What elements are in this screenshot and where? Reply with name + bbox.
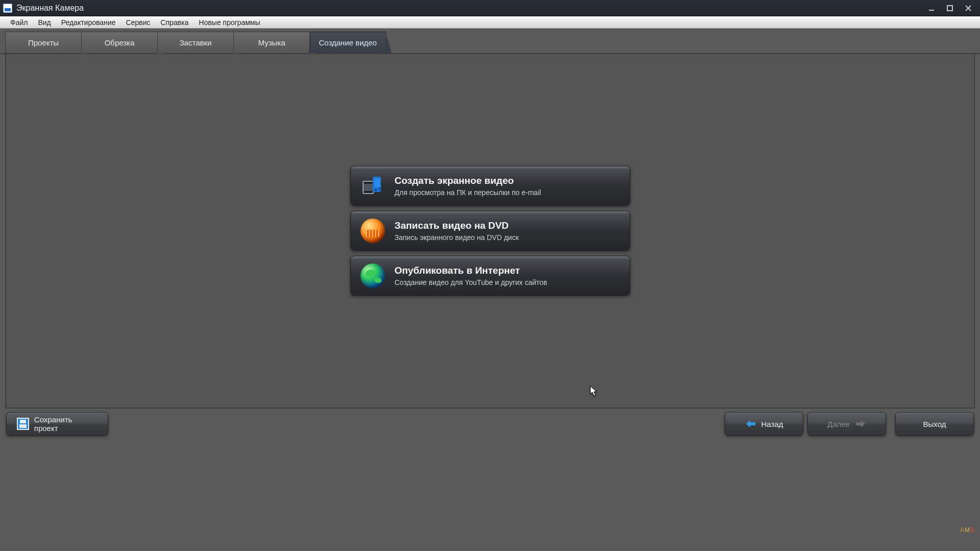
save-project-label: Сохранить проект — [34, 415, 98, 433]
arrow-left-icon — [745, 419, 756, 428]
menu-bar: Файл Вид Редактирование Сервис Справка Н… — [0, 16, 980, 29]
brand-logo: AMS — [960, 526, 975, 534]
option-subtitle: Создание видео для YouTube и других сайт… — [395, 278, 547, 286]
svg-point-10 — [378, 187, 381, 190]
tab-projects[interactable]: Проекты — [5, 32, 82, 53]
exit-label: Выход — [923, 420, 946, 428]
option-burn-dvd[interactable]: Записать видео на DVD Запись экранного в… — [350, 211, 630, 251]
svg-point-9 — [374, 188, 377, 191]
maximize-icon — [946, 5, 953, 12]
option-title: Опубликовать в Интернет — [395, 265, 547, 276]
menu-edit[interactable]: Редактирование — [56, 17, 121, 28]
tab-trim[interactable]: Обрезка — [81, 32, 158, 53]
close-icon — [965, 5, 972, 12]
option-subtitle: Запись экранного видео на DVD диск — [395, 233, 519, 242]
tab-label: Музыка — [258, 38, 285, 47]
close-button[interactable] — [963, 4, 974, 13]
back-button[interactable]: Назад — [725, 412, 803, 436]
content-panel: Создать экранное видео Для просмотра на … — [5, 54, 975, 409]
exit-button[interactable]: Выход — [895, 412, 974, 436]
minimize-button[interactable] — [926, 4, 937, 13]
svg-rect-11 — [375, 179, 380, 187]
back-label: Назад — [761, 420, 783, 428]
next-label: Далее — [827, 420, 850, 428]
minimize-icon — [928, 5, 935, 12]
svg-rect-7 — [364, 191, 373, 193]
menu-service[interactable]: Сервис — [121, 17, 155, 28]
tab-label: Обрезка — [105, 38, 135, 47]
option-title: Записать видео на DVD — [395, 220, 519, 231]
title-bar: Экранная Камера — [0, 0, 980, 16]
tab-strip: Проекты Обрезка Заставки Музыка Создание… — [0, 29, 980, 54]
tab-intros[interactable]: Заставки — [157, 32, 234, 53]
maximize-button[interactable] — [944, 4, 955, 13]
option-list: Создать экранное видео Для просмотра на … — [350, 166, 630, 296]
menu-file[interactable]: Файл — [5, 17, 33, 28]
floppy-disk-icon — [17, 418, 29, 430]
tab-label: Заставки — [180, 38, 212, 47]
svg-rect-6 — [364, 182, 373, 184]
menu-help[interactable]: Справка — [155, 17, 194, 28]
option-publish-internet[interactable]: Опубликовать в Интернет Создание видео д… — [350, 256, 630, 296]
svg-rect-1 — [947, 6, 952, 11]
option-text: Опубликовать в Интернет Создание видео д… — [395, 265, 547, 286]
tab-music[interactable]: Музыка — [233, 32, 310, 53]
option-title: Создать экранное видео — [395, 175, 541, 186]
window-title: Экранная Камера — [16, 4, 926, 13]
dvd-disc-icon — [360, 218, 386, 244]
tab-label: Создание видео — [319, 38, 377, 47]
tab-create-video[interactable]: Создание видео — [309, 32, 386, 53]
option-text: Создать экранное видео Для просмотра на … — [395, 175, 541, 197]
option-subtitle: Для просмотра на ПК и пересылки по e-mai… — [395, 188, 541, 197]
globe-icon — [360, 263, 386, 289]
window-controls — [926, 4, 974, 13]
menu-view[interactable]: Вид — [33, 17, 56, 28]
menu-new-programs[interactable]: Новые программы — [194, 17, 265, 28]
film-music-icon — [360, 173, 386, 199]
option-text: Записать видео на DVD Запись экранного в… — [395, 220, 519, 242]
app-icon — [3, 4, 12, 13]
arrow-right-icon — [855, 419, 866, 428]
option-create-screen-video[interactable]: Создать экранное видео Для просмотра на … — [350, 166, 630, 206]
footer-bar: Сохранить проект Назад Далее Выход — [0, 409, 980, 439]
next-button[interactable]: Далее — [807, 412, 886, 436]
save-project-button[interactable]: Сохранить проект — [6, 412, 108, 436]
tab-label: Проекты — [28, 38, 59, 47]
